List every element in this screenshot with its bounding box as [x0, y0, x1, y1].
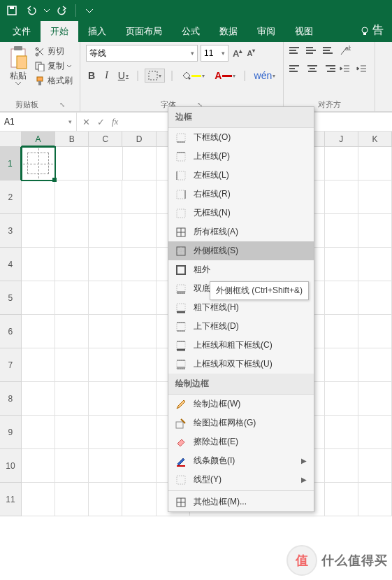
bold-button[interactable]: B [86, 69, 97, 83]
row-header-3[interactable]: 3 [0, 214, 22, 248]
undo-button[interactable] [24, 3, 39, 18]
cell[interactable] [122, 416, 156, 449]
cell[interactable] [325, 281, 358, 315]
redo-button[interactable] [55, 3, 70, 18]
cell[interactable] [22, 214, 55, 248]
cell[interactable] [22, 348, 55, 382]
border-top-thick-bottom-item[interactable]: 上框线和粗下框线(C) [168, 336, 314, 355]
cell[interactable] [22, 147, 55, 181]
col-header-A[interactable]: A [22, 132, 55, 147]
cell[interactable] [325, 416, 358, 449]
cell[interactable] [55, 483, 89, 516]
cell[interactable] [122, 382, 156, 416]
cell[interactable] [358, 449, 392, 483]
cell[interactable] [122, 181, 156, 214]
tab-file[interactable]: 文件 [3, 21, 41, 42]
cell[interactable] [22, 382, 55, 416]
phonetic-button[interactable]: wén▾ [252, 69, 278, 83]
cell[interactable] [89, 147, 122, 181]
border-erase-item[interactable]: 擦除边框(E) [168, 432, 314, 451]
cell[interactable] [122, 315, 156, 348]
align-right-button[interactable] [323, 63, 335, 74]
increase-indent-button[interactable] [356, 63, 369, 74]
cell[interactable] [55, 449, 89, 483]
border-draw-grid-item[interactable]: 绘图边框网格(G) [168, 413, 314, 432]
cut-button[interactable]: 剪切 [34, 45, 74, 58]
cell[interactable] [122, 248, 156, 281]
row-header-1[interactable]: 1 [0, 147, 22, 181]
cell[interactable] [55, 248, 89, 281]
row-header-6[interactable]: 6 [0, 315, 22, 348]
tab-review[interactable]: 审阅 [247, 21, 285, 42]
select-all-corner[interactable] [0, 132, 22, 147]
col-header-C[interactable]: C [89, 132, 122, 147]
cell[interactable] [122, 449, 156, 483]
row-header-9[interactable]: 9 [0, 416, 22, 449]
cell[interactable] [89, 416, 122, 449]
row-header-8[interactable]: 8 [0, 382, 22, 416]
cell[interactable] [358, 248, 392, 281]
align-left-button[interactable] [289, 63, 302, 74]
cell[interactable] [325, 214, 358, 248]
cell[interactable] [55, 181, 89, 214]
align-center-button[interactable] [306, 63, 319, 74]
border-style-item[interactable]: 线型(Y)▶ [168, 470, 314, 489]
font-name-combo[interactable]: 等线▾ [86, 45, 198, 62]
border-outside-item[interactable]: 外侧框线(S) [168, 241, 314, 260]
cancel-formula-button[interactable]: ✕ [82, 117, 90, 127]
tab-home[interactable]: 开始 [41, 21, 78, 42]
cell[interactable] [358, 315, 392, 348]
fill-color-button[interactable]: ▾ [179, 69, 207, 82]
tab-layout[interactable]: 页面布局 [116, 21, 172, 42]
borders-button[interactable]: ▾ [145, 69, 165, 83]
cell[interactable] [358, 348, 392, 382]
copy-button[interactable]: 复制 [34, 59, 74, 73]
tab-formulas[interactable]: 公式 [172, 21, 210, 42]
cell[interactable] [22, 248, 55, 281]
format-painter-button[interactable]: 格式刷 [34, 74, 74, 87]
border-top-double-bottom-item[interactable]: 上框线和双下框线(U) [168, 355, 314, 374]
cell[interactable] [358, 281, 392, 315]
tab-insert[interactable]: 插入 [78, 21, 116, 42]
col-header-K[interactable]: K [358, 132, 392, 147]
cell[interactable] [55, 416, 89, 449]
cell[interactable] [55, 315, 89, 348]
border-bottom-item[interactable]: 下框线(O) [168, 128, 314, 147]
undo-dropdown[interactable] [43, 3, 50, 18]
font-color-button[interactable]: A▾ [212, 69, 238, 83]
qat-customize[interactable] [82, 3, 97, 18]
cell[interactable] [89, 181, 122, 214]
cell[interactable] [122, 483, 156, 516]
clipboard-launcher[interactable]: ⤡ [59, 101, 65, 108]
border-right-item[interactable]: 右框线(R) [168, 185, 314, 204]
tell-me[interactable]: 告 [354, 19, 389, 42]
align-bottom-button[interactable] [323, 45, 335, 56]
cell[interactable] [89, 214, 122, 248]
row-header-11[interactable]: 11 [0, 483, 22, 516]
decrease-indent-button[interactable] [340, 63, 352, 74]
cell[interactable] [55, 147, 89, 181]
align-middle-button[interactable] [306, 45, 319, 56]
cell[interactable] [325, 181, 358, 214]
cell[interactable] [325, 248, 358, 281]
orientation-button[interactable]: ab [340, 45, 352, 56]
cell[interactable] [358, 147, 392, 181]
col-header-B[interactable]: B [55, 132, 89, 147]
row-header-4[interactable]: 4 [0, 248, 22, 281]
cell[interactable] [22, 449, 55, 483]
cell[interactable] [325, 382, 358, 416]
cell[interactable] [89, 348, 122, 382]
cell[interactable] [55, 382, 89, 416]
cell[interactable] [89, 483, 122, 516]
save-button[interactable] [4, 3, 20, 18]
cell[interactable] [89, 248, 122, 281]
cell[interactable] [55, 214, 89, 248]
row-header-2[interactable]: 2 [0, 181, 22, 214]
cell[interactable] [89, 281, 122, 315]
cell[interactable] [89, 315, 122, 348]
border-color-item[interactable]: 线条颜色(I)▶ [168, 451, 314, 470]
border-thick-bottom-item[interactable]: 粗下框线(H) [168, 298, 314, 317]
increase-font-button[interactable]: A▴ [231, 46, 244, 60]
cell[interactable] [325, 315, 358, 348]
underline-button[interactable]: U▾ [116, 69, 131, 83]
